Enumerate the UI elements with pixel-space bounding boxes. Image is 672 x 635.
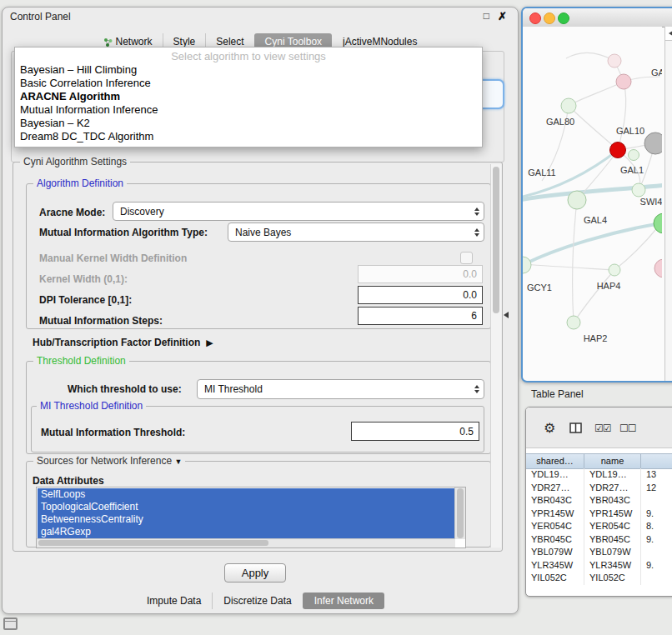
table-cell[interactable]: 9. <box>641 559 672 572</box>
dpi-tolerance-field[interactable]: 0.0 <box>358 286 483 304</box>
node-swi4[interactable] <box>632 183 645 197</box>
column-header-name[interactable]: name <box>584 454 641 468</box>
table-cell[interactable]: YBL079W <box>526 546 584 559</box>
gear-icon[interactable]: ⚙ <box>544 420 555 436</box>
node-gcy1[interactable] <box>523 257 531 273</box>
minimize-traffic-light[interactable] <box>544 12 555 24</box>
column-header-shared-name[interactable]: shared… <box>526 454 584 468</box>
table-cell[interactable]: YIL052C <box>526 572 584 585</box>
table-row[interactable]: YBR045C YBR045C 9. <box>526 533 672 547</box>
table-row[interactable]: YPR145W YPR145W 9. <box>526 508 672 521</box>
table-cell[interactable]: YDR27… <box>526 482 584 495</box>
mi-type-select[interactable]: Naive Bayes <box>228 222 484 242</box>
column-header-extra[interactable] <box>641 454 672 468</box>
float-window-icon[interactable]: □ <box>484 10 489 22</box>
splitter-collapse-arrow[interactable] <box>504 312 509 318</box>
table-cell[interactable]: 9. <box>641 533 672 547</box>
network-canvas[interactable]: GAL GAL80 GAL10 GAL11 GAL1 SWI4 GAL4 GCY… <box>523 27 662 378</box>
table-cell[interactable]: YDL19… <box>584 468 641 482</box>
control-panel-title: Control Panel <box>10 11 71 22</box>
table-row[interactable]: YDL19… YDL19… 13 <box>526 468 672 482</box>
table-cell[interactable]: YLR345W <box>584 559 641 572</box>
mi-threshold-definition-legend: MI Threshold Definition <box>37 400 146 412</box>
node-hap2[interactable] <box>567 316 580 329</box>
table-cell[interactable]: YER054C <box>584 520 641 533</box>
node-gal1[interactable] <box>629 150 639 161</box>
settings-scrollbar[interactable] <box>490 164 501 548</box>
tab-discretize-data[interactable]: Discretize Data <box>212 592 302 609</box>
attribute-item-selected[interactable]: TopologicalCoefficient <box>38 501 454 513</box>
node-gal80[interactable] <box>561 98 576 113</box>
table-row[interactable]: YER054C YER054C 8. <box>526 520 672 533</box>
table-cell[interactable]: YPR145W <box>526 508 584 521</box>
node-pink-upper[interactable] <box>616 74 631 89</box>
table-cell[interactable]: YBR043C <box>526 494 584 508</box>
zoom-traffic-light[interactable] <box>558 12 569 24</box>
table-cell[interactable]: 12 <box>641 482 672 495</box>
hub-definition-toggle[interactable]: Hub/Transcription Factor Definition ▶ <box>33 337 213 348</box>
manual-kernel-checkbox[interactable] <box>460 252 473 264</box>
node-gray[interactable] <box>644 132 662 154</box>
list-vertical-scrollbar[interactable] <box>454 488 465 539</box>
table-row[interactable]: YLR345W YLR345W 9. <box>526 559 672 572</box>
algorithm-option-selected[interactable]: ARACNE Algorithm <box>15 90 482 103</box>
list-vertical-scrollbar-thumb[interactable] <box>457 488 464 538</box>
table-row[interactable]: YIL052C YIL052C <box>526 572 672 585</box>
table-cell[interactable] <box>641 494 672 508</box>
algorithm-option[interactable]: Dream8 DC_TDC Algorithm <box>15 130 482 143</box>
which-threshold-select[interactable]: MI Threshold <box>197 379 484 399</box>
table-cell[interactable] <box>641 546 672 559</box>
select-all-checkboxes-icon[interactable]: ☑☑ <box>594 422 611 434</box>
mi-threshold-field[interactable]: 0.5 <box>351 422 479 441</box>
table-cell[interactable]: YBR043C <box>584 494 641 508</box>
node-gal10[interactable] <box>610 142 626 158</box>
table-cell[interactable]: YER054C <box>526 520 584 533</box>
close-traffic-light[interactable] <box>529 12 541 24</box>
minimized-window-icon[interactable] <box>3 618 18 630</box>
tab-impute-data[interactable]: Impute Data <box>136 592 212 609</box>
table-cell[interactable]: YPR145W <box>584 508 641 521</box>
columns-icon[interactable] <box>569 422 582 433</box>
table-cell[interactable]: 13 <box>641 468 672 482</box>
aracne-mode-select[interactable]: Discovery <box>113 202 484 221</box>
table-cell[interactable]: YIL052C <box>584 572 641 585</box>
algorithm-option[interactable]: Basic Correlation Inference <box>15 77 482 90</box>
which-threshold-label: Which threshold to use: <box>68 383 182 395</box>
list-horizontal-scrollbar[interactable] <box>37 538 455 548</box>
node-pink-small[interactable] <box>608 54 621 68</box>
table-cell[interactable] <box>641 572 672 585</box>
table-cell[interactable]: YBR045C <box>584 533 641 547</box>
tab-infer-network[interactable]: Infer Network <box>303 592 384 609</box>
kernel-width-field[interactable]: 0.0 <box>358 265 483 283</box>
network-vertical-scrollbar[interactable] <box>664 27 672 381</box>
sources-legend[interactable]: Sources for Network Inference ▼ <box>33 455 185 467</box>
list-horizontal-scrollbar-thumb[interactable] <box>38 540 268 546</box>
mi-steps-field[interactable]: 6 <box>358 307 483 325</box>
settings-scrollbar-thumb[interactable] <box>493 167 499 313</box>
node-hap4[interactable] <box>609 264 620 276</box>
algorithm-option[interactable]: Mutual Information Inference <box>15 103 482 117</box>
attribute-item-selected[interactable]: gal4RGexp <box>38 526 454 538</box>
node-pink-right[interactable] <box>654 259 662 278</box>
node-gal4[interactable] <box>568 191 586 209</box>
apply-button[interactable]: Apply <box>224 563 286 582</box>
table-cell[interactable]: YDR27… <box>584 482 641 495</box>
attribute-item-selected[interactable]: SelfLoops <box>38 488 454 501</box>
table-row[interactable]: YDR27… YDR27… 12 <box>526 482 672 495</box>
algorithm-option[interactable]: Bayesian – Hill Climbing <box>15 63 482 77</box>
node-label: HAP4 <box>597 281 621 291</box>
panel-collapse-button[interactable] <box>665 27 672 41</box>
spinner-arrows-icon <box>474 208 479 216</box>
clear-all-checkboxes-icon[interactable]: ☐☐ <box>619 422 636 434</box>
table-cell[interactable]: YLR345W <box>526 559 584 572</box>
attribute-item-selected[interactable]: BetweennessCentrality <box>38 513 454 526</box>
table-cell[interactable]: YBR045C <box>526 533 584 547</box>
table-row[interactable]: YBR043C YBR043C <box>526 494 672 508</box>
algorithm-option[interactable]: Bayesian – K2 <box>15 117 482 130</box>
table-cell[interactable]: 9. <box>641 508 672 521</box>
table-row[interactable]: YBL079W YBL079W <box>526 546 672 559</box>
table-cell[interactable]: YDL19… <box>526 468 584 482</box>
table-cell[interactable]: 8. <box>641 520 672 533</box>
table-cell[interactable]: YBL079W <box>584 546 641 559</box>
close-window-icon[interactable]: ✗ <box>498 10 507 22</box>
